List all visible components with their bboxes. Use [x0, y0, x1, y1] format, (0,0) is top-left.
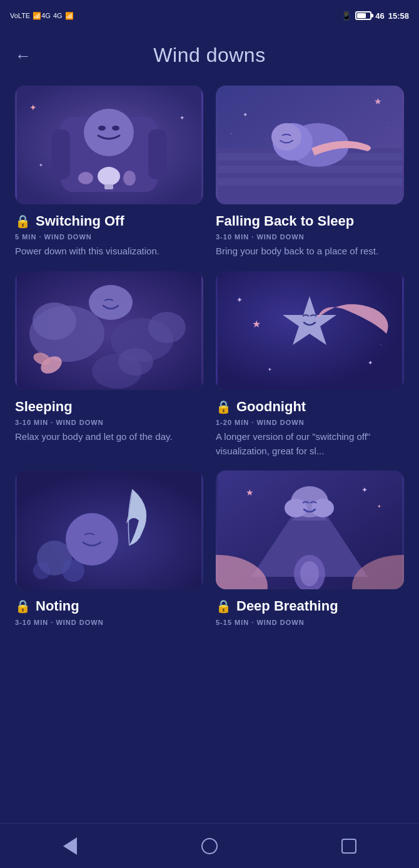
device-icon: 📱: [341, 11, 351, 21]
volte-indicator: VoLTE: [10, 12, 30, 19]
svg-point-38: [118, 348, 153, 376]
card-title-noting: 🔒Noting: [15, 598, 203, 614]
card-meta-goodnight: 1-20 MIN · WIND DOWN: [216, 419, 404, 426]
card-desc-goodnight: A longer version of our "switching off" …: [216, 430, 404, 458]
time-display: 15:58: [388, 11, 409, 21]
card-falling-back[interactable]: ★ ✦ · · Falling Back to Sleep3-10 MIN · …: [216, 86, 404, 259]
svg-text:✦: ✦: [377, 504, 381, 509]
card-title-switching-off: 🔒Switching Off: [15, 213, 203, 229]
card-image-noting: [15, 471, 203, 589]
card-sleeping[interactable]: Sleeping3-10 MIN · WIND DOWNRelax your b…: [15, 271, 203, 458]
svg-text:★: ★: [374, 96, 382, 106]
svg-text:★: ★: [252, 319, 261, 329]
svg-rect-4: [148, 129, 167, 179]
svg-text:✦: ✦: [29, 102, 37, 112]
lock-icon-switching-off: 🔒: [15, 214, 31, 229]
recents-square-icon: [341, 839, 356, 854]
svg-point-13: [78, 172, 93, 184]
svg-point-33: [148, 312, 186, 343]
svg-text:★: ★: [246, 487, 254, 497]
card-switching-off[interactable]: ✦ ✦ ✦ 🔒Switching Off5 MIN · WIND DOWNPow…: [15, 86, 203, 259]
status-right: 📱 46 15:58: [341, 11, 409, 21]
svg-text:✦: ✦: [368, 359, 373, 366]
lock-icon-goodnight: 🔒: [216, 399, 231, 414]
svg-rect-12: [104, 184, 113, 189]
svg-point-7: [112, 126, 119, 131]
battery-percent: 46: [375, 11, 384, 21]
back-button[interactable]: ←: [15, 47, 31, 64]
card-title-deep-breathing: 🔒Deep Breathing: [216, 598, 404, 614]
back-triangle-icon: [63, 837, 77, 855]
card-meta-switching-off: 5 MIN · WIND DOWN: [15, 233, 203, 241]
card-image-goodnight: ✦ ★ ✦ · ✦: [216, 271, 404, 390]
svg-text:·: ·: [380, 342, 381, 347]
cards-grid: ✦ ✦ ✦ 🔒Switching Off5 MIN · WIND DOWNPow…: [0, 86, 419, 649]
card-title-goodnight: 🔒Goodnight: [216, 399, 404, 415]
svg-point-11: [98, 167, 120, 186]
status-left: VoLTE 📶4G 4G 📶: [10, 12, 74, 20]
lock-icon-noting: 🔒: [15, 599, 31, 614]
lock-icon-deep-breathing: 🔒: [216, 599, 231, 614]
card-image-falling-back: ★ ✦ · ·: [216, 86, 404, 204]
svg-point-51: [33, 562, 51, 579]
svg-point-58: [300, 561, 319, 586]
page-title: Wind downs: [44, 44, 375, 67]
svg-text:✦: ✦: [268, 367, 272, 372]
svg-point-34: [89, 285, 133, 320]
nav-home-button[interactable]: [194, 831, 225, 862]
svg-rect-20: [218, 178, 402, 186]
battery-icon: [355, 11, 371, 20]
svg-text:✦: ✦: [236, 296, 243, 304]
card-image-deep-breathing: ★ ✦ ✦: [216, 471, 404, 589]
card-goodnight[interactable]: ✦ ★ ✦ · ✦ 🔒Goodnight1-20 MIN · WIND DOWN…: [216, 271, 404, 458]
card-desc-falling-back: Bring your body back to a place of rest.: [216, 244, 404, 259]
card-meta-noting: 3-10 MIN · WIND DOWN: [15, 619, 203, 626]
card-meta-falling-back: 3-10 MIN · WIND DOWN: [216, 233, 404, 241]
nav-back-button[interactable]: [54, 831, 86, 862]
svg-point-6: [98, 126, 106, 131]
card-title-falling-back: Falling Back to Sleep: [216, 213, 404, 229]
bottom-nav: [0, 823, 419, 868]
card-desc-sleeping: Relax your body and let go of the day.: [15, 430, 203, 444]
svg-text:·: ·: [230, 130, 232, 137]
svg-point-52: [66, 513, 118, 566]
svg-point-5: [84, 109, 134, 156]
signal-4g: 📶4G: [33, 12, 51, 20]
card-title-sleeping: Sleeping: [15, 399, 203, 415]
signal-4g-2: 4G: [53, 12, 63, 19]
svg-text:✦: ✦: [39, 162, 43, 168]
svg-rect-19: [218, 166, 402, 173]
home-circle-icon: [201, 838, 218, 854]
card-meta-sleeping: 3-10 MIN · WIND DOWN: [15, 419, 203, 426]
svg-text:✦: ✦: [243, 111, 248, 118]
card-image-sleeping: [15, 271, 203, 390]
svg-point-23: [271, 123, 301, 151]
card-noting[interactable]: 🔒Noting3-10 MIN · WIND DOWN: [15, 471, 203, 629]
card-deep-breathing[interactable]: ★ ✦ ✦ 🔒Deep Breathing5-15 MIN · WIND DOW…: [216, 471, 404, 629]
svg-point-14: [123, 171, 136, 186]
card-meta-deep-breathing: 5-15 MIN · WIND DOWN: [216, 619, 404, 626]
svg-point-60: [285, 499, 307, 517]
nav-recents-button[interactable]: [333, 831, 365, 862]
svg-text:✦: ✦: [361, 486, 368, 494]
svg-point-31: [33, 302, 76, 340]
wifi-icon: 📶: [65, 12, 74, 20]
card-image-switching-off: ✦ ✦ ✦: [15, 86, 203, 204]
status-bar: VoLTE 📶4G 4G 📶 📱 46 15:58: [0, 0, 419, 31]
svg-text:✦: ✦: [179, 114, 184, 121]
header: ← Wind downs: [0, 31, 419, 86]
svg-text:·: ·: [386, 125, 388, 131]
svg-rect-3: [51, 129, 70, 179]
card-desc-switching-off: Power down with this visualization.: [15, 244, 203, 259]
